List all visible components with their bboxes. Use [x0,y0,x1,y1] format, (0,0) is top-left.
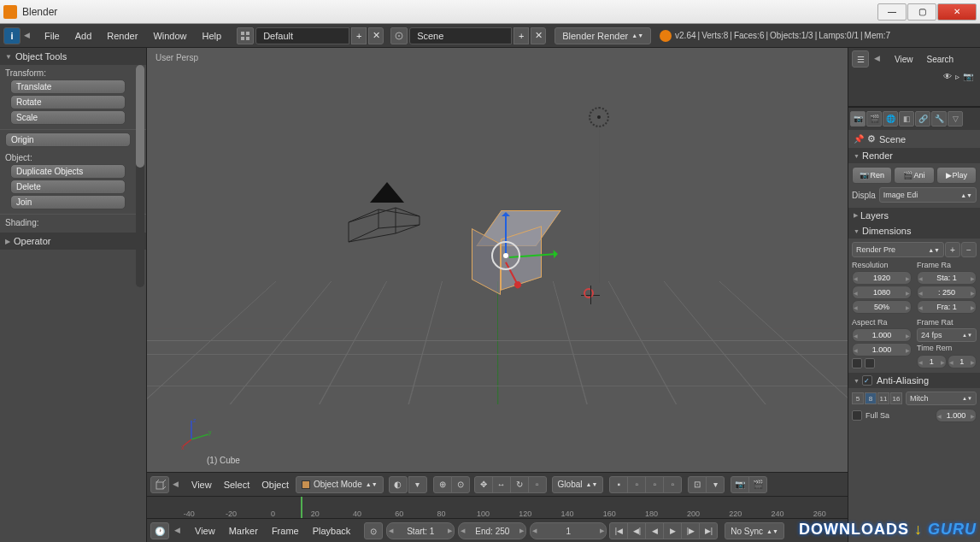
collapse-menus-icon[interactable]: ◀ [874,54,884,64]
tab-render-icon[interactable]: 📷 [850,111,866,127]
jump-end-button[interactable]: ▶| [699,522,718,539]
outliner-menu-view[interactable]: View [889,55,918,64]
tab-world-icon[interactable]: 🌐 [883,111,898,127]
add-scene-button[interactable]: + [513,27,529,44]
current-frame-field[interactable]: 1 [530,522,607,539]
fullsample-checkbox[interactable] [852,410,862,421]
scale-button[interactable]: Scale [10,110,126,125]
tl-menu-playback[interactable]: Playback [308,526,356,536]
tab-modifiers-icon[interactable]: 🔧 [931,111,947,127]
tab-object-icon[interactable]: ◧ [899,111,914,127]
3d-viewport[interactable]: User Persp [147,48,848,472]
aa-sample-8[interactable]: 8 [865,392,877,404]
dimensions-section-header[interactable]: Dimensions [848,223,980,239]
object-tools-header[interactable]: Object Tools [0,48,146,65]
manipulator-rotate-icon[interactable]: ↻ [510,476,529,493]
add-layout-button[interactable]: + [351,27,367,44]
layer-2-button[interactable]: ▫ [627,476,646,493]
vp-menu-object[interactable]: Object [256,480,294,490]
tl-menu-marker[interactable]: Marker [224,526,263,536]
orientation-select[interactable]: Global ▲▼ [552,476,604,493]
tl-menu-view[interactable]: View [190,526,220,536]
crop-checkbox[interactable] [865,358,875,368]
origin-button[interactable]: Origin [5,133,131,147]
tl-menu-frame[interactable]: Frame [267,526,304,536]
menu-add[interactable]: Add [68,28,99,44]
keyframe-next-button[interactable]: |▶ [681,522,700,539]
screen-layout-field[interactable]: Default [255,27,349,44]
aa-filter-select[interactable]: Mitch▲▼ [906,392,977,405]
play-reverse-button[interactable]: ◀ [645,522,664,539]
res-y-field[interactable]: 1080 [852,286,912,299]
manipulator-scale-icon[interactable]: ▫ [528,476,547,493]
vp-menu-view[interactable]: View [186,480,217,490]
render-preview-icon[interactable]: 📷 [731,476,749,493]
aa-size-field[interactable]: 1.000 [936,409,977,422]
rotate-button[interactable]: Rotate [10,95,126,109]
editor-type-3dview-icon[interactable] [150,476,169,493]
minimize-button[interactable]: — [877,3,907,21]
range-toggle-icon[interactable]: ⊙ [364,522,383,539]
tab-constraints-icon[interactable]: 🔗 [915,111,930,127]
remap-new-field[interactable]: 1 [948,355,977,368]
shading-mode-icon[interactable]: ◐ [389,476,408,493]
render-preset-select[interactable]: Render Pre▲▼ [852,242,944,257]
aa-section-header[interactable]: ✓ Anti-Aliasing [848,373,980,388]
collapse-menus-icon[interactable]: ◀ [173,480,183,490]
sync-mode-select[interactable]: No Sync ▲▼ [725,522,784,539]
editor-type-info-icon[interactable]: i [3,27,21,44]
delete-button[interactable]: Delete [10,180,126,194]
layer-1-button[interactable]: ▪ [609,476,628,493]
frame-start-field[interactable]: Sta: 1 [917,271,977,285]
aa-sample-5[interactable]: 5 [852,392,864,404]
jump-start-button[interactable]: |◀ [609,522,628,539]
scrollbar-thumb[interactable] [136,65,144,168]
restrict-render-icon[interactable]: 📷 [963,72,973,81]
close-button[interactable]: ✕ [937,3,977,21]
collapse-menus-icon[interactable]: ◀ [174,526,185,536]
collapse-menus-icon[interactable]: ◀ [24,31,34,41]
pivot-point-icon[interactable]: ⊕ [433,476,452,493]
editor-type-outliner-icon[interactable]: ☰ [852,50,869,68]
vp-menu-select[interactable]: Select [219,480,255,490]
menu-help[interactable]: Help [196,28,229,44]
res-pct-field[interactable]: 50% [852,300,912,314]
play-button[interactable]: ▶ [663,522,682,539]
pin-icon[interactable]: 📌 [854,134,864,144]
screen-layout-browse-icon[interactable] [237,27,254,44]
border-checkbox[interactable] [852,358,862,368]
aa-checkbox[interactable]: ✓ [862,375,872,386]
editor-type-timeline-icon[interactable]: 🕐 [150,522,169,539]
layers-section-header[interactable]: Layers [848,208,980,223]
mode-select[interactable]: Object Mode ▲▼ [296,476,384,493]
gizmo-center[interactable] [503,253,508,258]
snap-type-icon[interactable]: ▾ [706,476,725,493]
keyframe-prev-button[interactable]: ◀| [627,522,646,539]
delete-layout-button[interactable]: ✕ [368,27,384,44]
manipulator-translate-icon[interactable]: ↔ [492,476,511,493]
pivot-individual-icon[interactable]: ⊙ [451,476,470,493]
end-frame-field[interactable]: End: 250 [458,522,526,539]
res-x-field[interactable]: 1920 [852,271,912,285]
menu-render[interactable]: Render [100,28,144,44]
aa-sample-16[interactable]: 16 [890,392,902,404]
lamp-object[interactable] [589,107,609,127]
restrict-view-icon[interactable]: 👁 [943,72,952,81]
render-engine-select[interactable]: Blender Render ▲▼ [555,27,651,44]
restrict-select-icon[interactable]: ▹ [955,72,959,81]
delete-scene-button[interactable]: ✕ [531,27,546,44]
preset-remove-button[interactable]: − [961,242,977,257]
render-anim-button[interactable]: 🎬Ani [894,167,934,184]
render-section-header[interactable]: Render [848,148,980,163]
aa-sample-11[interactable]: 11 [877,392,889,404]
tab-scene-icon[interactable]: 🎬 [866,111,882,127]
camera-object[interactable] [336,175,438,256]
3d-cursor[interactable] [581,286,600,304]
render-play-button[interactable]: ▶Play [936,167,977,184]
operator-header[interactable]: Operator [0,233,146,250]
outliner-menu-search[interactable]: Search [922,55,959,64]
preset-add-button[interactable]: + [945,242,960,257]
tab-data-icon[interactable]: ▽ [948,111,963,127]
render-image-button[interactable]: 📷Ren [852,167,892,184]
menu-window[interactable]: Window [146,28,193,44]
